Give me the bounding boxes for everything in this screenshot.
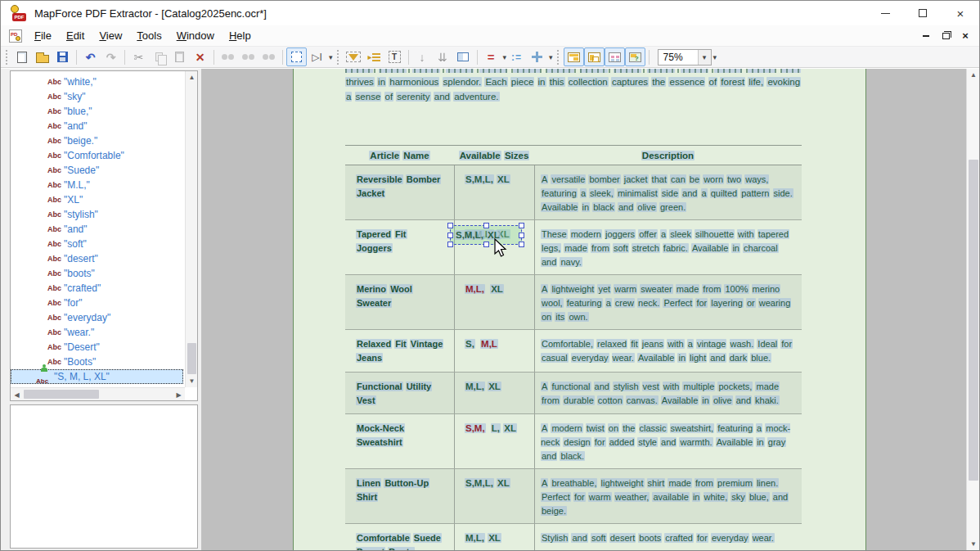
- close-button[interactable]: ×: [942, 1, 979, 25]
- menu-file[interactable]: File: [27, 25, 59, 47]
- list-item[interactable]: Abc"XL": [11, 192, 185, 207]
- extraction-selection-box[interactable]: S,M,L, XL: [450, 225, 522, 245]
- text-capture-button[interactable]: T: [384, 47, 405, 66]
- cut-button[interactable]: ✂: [128, 47, 149, 66]
- selection-handle[interactable]: [519, 223, 524, 228]
- mdi-close-button[interactable]: ×: [960, 30, 971, 42]
- scroll-right-icon[interactable]: ▶: [173, 388, 185, 401]
- layout-panels-button[interactable]: [453, 47, 474, 66]
- selection-handle[interactable]: [447, 223, 453, 228]
- sizes-cell[interactable]: S,M,L, XL: [454, 469, 534, 523]
- move-tool-button[interactable]: [527, 47, 547, 66]
- sizes-cell[interactable]: M,L, XL: [454, 524, 534, 550]
- copy-button[interactable]: [149, 47, 169, 66]
- view-preview-button[interactable]: [625, 47, 645, 66]
- select-region-button[interactable]: [286, 47, 307, 66]
- sidebar-horizontal-scrollbar[interactable]: ◀ ▶: [11, 387, 185, 400]
- list-item[interactable]: Abc"sky": [11, 89, 185, 104]
- open-button[interactable]: [32, 47, 52, 66]
- sizes-cell[interactable]: S,M, L, XL: [454, 414, 534, 468]
- equals-button[interactable]: =: [481, 47, 501, 66]
- menu-window[interactable]: Window: [169, 25, 222, 47]
- find-next-button[interactable]: [238, 47, 258, 66]
- minimize-button[interactable]: [866, 1, 904, 25]
- list-item[interactable]: Abc"and": [11, 222, 185, 237]
- selection-handle[interactable]: [447, 242, 453, 247]
- move-dropdown-caret[interactable]: ▾: [549, 53, 553, 61]
- list-item[interactable]: Abc"stylish": [11, 207, 185, 222]
- scrollbar-thumb[interactable]: [24, 390, 99, 399]
- scroll-up-icon[interactable]: ▲: [186, 71, 198, 84]
- mdi-restore-button[interactable]: [940, 30, 951, 42]
- sizes-cell[interactable]: M,L, XL: [454, 373, 534, 413]
- sizes-cell[interactable]: S,M,L, XL S,M: [454, 220, 534, 274]
- list-item[interactable]: Abc"Boots": [11, 355, 185, 369]
- pdf-page[interactable]: thrives in harmonious splendor. Each pie…: [293, 69, 866, 550]
- list-item[interactable]: Abc"desert": [11, 251, 185, 266]
- scrollbar-thumb[interactable]: [969, 160, 978, 481]
- zoom-dropdown-button[interactable]: ▾: [698, 50, 711, 65]
- move-down-button[interactable]: ↓: [412, 47, 433, 66]
- scroll-left-icon[interactable]: ◀: [11, 388, 23, 401]
- paste-button[interactable]: [169, 47, 190, 66]
- save-button[interactable]: [52, 47, 73, 66]
- list-item[interactable]: Abc"everyday": [11, 310, 185, 325]
- menu-tools[interactable]: Tools: [129, 25, 169, 47]
- view-grid-button[interactable]: [605, 47, 625, 66]
- list-item[interactable]: Abc"wear.": [11, 325, 185, 340]
- redo-button[interactable]: ↷: [101, 47, 121, 66]
- list-item[interactable]: Abc"Comfortable": [11, 148, 185, 163]
- sizes-cell[interactable]: S, M,L: [454, 330, 534, 372]
- view-template-button[interactable]: [584, 47, 605, 66]
- sizes-cell[interactable]: M,L, XL: [454, 275, 534, 329]
- list-item[interactable]: Abc"blue,": [11, 104, 185, 119]
- list-item[interactable]: Abc"M.L,": [11, 178, 185, 192]
- selection-handle[interactable]: [519, 233, 524, 238]
- maximize-button[interactable]: [904, 1, 942, 25]
- sizes-cell[interactable]: S,M,L, XL: [454, 165, 534, 219]
- pointer-dropdown-caret[interactable]: ▾: [329, 53, 333, 61]
- list-item[interactable]: Abc"soft": [11, 237, 185, 251]
- list-item[interactable]: Abc"crafted": [11, 281, 185, 296]
- list-item[interactable]: Abc"Suede": [11, 163, 185, 178]
- filter-button[interactable]: [344, 47, 364, 66]
- view-pdf-button[interactable]: [564, 47, 584, 66]
- mdi-minimize-button[interactable]: [920, 30, 932, 42]
- selection-handle[interactable]: [483, 223, 489, 228]
- list-item[interactable]: Abc"and": [11, 119, 185, 133]
- align-rows-button[interactable]: ⇊: [433, 47, 453, 66]
- menu-view[interactable]: View: [92, 25, 129, 47]
- zoom-extra-caret[interactable]: ▾: [713, 53, 717, 61]
- pointer-tool-button[interactable]: ▷I: [307, 47, 327, 66]
- document-window-icon[interactable]: PD: [9, 29, 22, 43]
- scroll-down-icon[interactable]: ▼: [186, 375, 198, 387]
- new-button[interactable]: [11, 47, 32, 66]
- list-item[interactable]: Abc"beige.": [11, 133, 185, 148]
- toolbar-grip[interactable]: [336, 50, 340, 65]
- selection-handle[interactable]: [519, 242, 524, 247]
- toolbar-grip[interactable]: [4, 50, 8, 65]
- scrollbar-thumb[interactable]: [187, 343, 196, 374]
- list-item[interactable]: Abc"for": [11, 296, 185, 310]
- delete-button[interactable]: ✕: [190, 47, 210, 66]
- document-vertical-scrollbar[interactable]: ▲ ▼: [966, 69, 979, 550]
- move-cross-icon: [532, 52, 542, 62]
- undo-button[interactable]: ↶: [80, 47, 101, 66]
- find-button[interactable]: [218, 47, 238, 66]
- selection-handle[interactable]: [447, 233, 453, 238]
- menu-edit[interactable]: Edit: [59, 25, 92, 47]
- apply-to-list-button[interactable]: ▸: [364, 47, 384, 66]
- list-values-button[interactable]: :=: [506, 47, 527, 66]
- list-item-selected[interactable]: Abc "S, M, L, XL": [11, 369, 183, 384]
- scroll-down-icon[interactable]: ▼: [967, 538, 980, 550]
- scroll-up-icon[interactable]: ▲: [967, 69, 980, 81]
- list-item[interactable]: Abc"boots": [11, 266, 185, 281]
- list-item[interactable]: Abc"white,": [11, 75, 185, 89]
- selection-handle[interactable]: [483, 242, 489, 247]
- sidebar-vertical-scrollbar[interactable]: ▲ ▼: [185, 71, 197, 387]
- list-item[interactable]: Abc"Desert": [11, 340, 185, 355]
- menu-help[interactable]: Help: [222, 25, 258, 47]
- toolbar-grip[interactable]: [556, 50, 560, 65]
- find-previous-button[interactable]: [258, 47, 279, 66]
- zoom-combobox[interactable]: 75% ▾: [658, 49, 712, 65]
